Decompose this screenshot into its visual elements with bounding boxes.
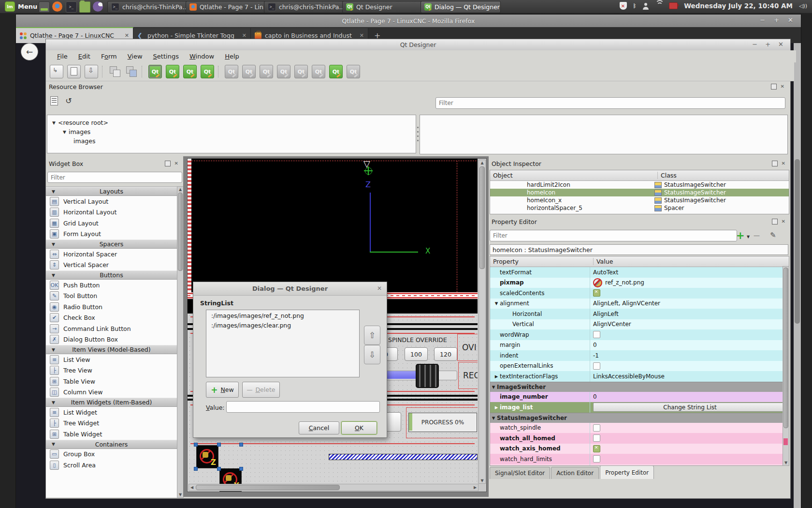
dock-float-icon[interactable] [772,161,778,166]
section-expander-icon[interactable]: ▼ [52,442,55,447]
firefox-titlebar[interactable]: Qtlathe - Page 7 - LinuxCNC - Mozilla Fi… [16,15,801,27]
dock-float-icon[interactable] [771,84,777,90]
widget-section-header[interactable]: ▼Layouts [46,187,177,196]
widgetbox-item[interactable]: ⇔Horizontal Spacer [46,249,177,260]
tab-close-icon[interactable]: ✕ [360,32,364,39]
menu-item-window[interactable]: Window [184,51,219,61]
widgetbox-item[interactable]: ◉Radio Button [46,301,177,313]
widgetbox-item[interactable]: ≡List Widget [46,407,177,418]
reload-resources-button[interactable]: ↺ [63,95,74,106]
scroll-left-icon[interactable]: ◀ [190,485,194,490]
dock-close-icon[interactable]: ✕ [174,161,178,166]
configure-icon[interactable]: ✎ [770,231,776,239]
scrollbar-handle[interactable] [795,159,800,324]
checkbox-unchecked-icon[interactable] [593,362,600,370]
firefox-back-button[interactable]: ← [21,43,38,60]
spindle-override-button[interactable]: 100 [405,347,428,361]
scroll-up-icon[interactable]: ▲ [479,161,485,165]
property-row[interactable]: watch_hard_limits [490,454,789,464]
section-expander-icon[interactable]: ▼ [52,347,55,352]
checkbox-checked-icon[interactable] [593,445,600,452]
tab-action-editor[interactable]: Action Editor [551,467,599,479]
inspector-row[interactable]: hardLimit2IconStatusImageSwitcher [490,181,789,189]
dock-close-icon[interactable]: ✕ [782,161,785,166]
property-section-header[interactable]: ▼StatusImageSwitcher [490,413,789,423]
cnc-preview[interactable]: ▽ Z X [188,159,478,292]
scroll-down-icon[interactable]: ▼ [479,478,485,483]
selection-handle[interactable] [217,467,221,471]
widgetbox-item[interactable]: →Command Link Button [46,323,177,334]
property-value-cell[interactable] [590,361,789,372]
firefox-maximize-button[interactable]: + [774,16,779,24]
dialog-close-button[interactable]: ✕ [377,285,382,292]
property-value-cell[interactable]: AlignLeft, AlignVCenter [590,299,789,309]
terminal-launcher-icon[interactable]: >_ [66,1,77,13]
change-string-list-button[interactable]: Change String List [593,403,787,412]
property-value-cell[interactable]: AutoText [590,267,789,278]
stringlist-item[interactable]: :/images/images/ref_z_not.png [211,312,359,322]
new-button[interactable]: + New [206,382,239,398]
menu-button[interactable]: lm Menu [2,1,40,12]
toolbar-qtg-icon[interactable]: Qt [277,65,290,78]
menu-item-form[interactable]: Form [96,51,122,61]
property-value-cell[interactable] [590,454,789,464]
scrollbar-handle[interactable] [479,166,485,269]
toolbar-qtg-icon[interactable]: Qt [347,65,360,78]
firefox-page-scrollbar[interactable] [794,43,801,508]
property-row[interactable]: ▼alignmentAlignLeft, AlignVCenter [490,299,789,309]
selection-handle[interactable] [194,443,198,447]
taskbar-window-button[interactable]: QtDialog — Qt Designer [420,1,501,13]
value-input[interactable] [226,401,380,413]
widgetbox-item[interactable]: ✗Dialog Button Box [46,334,177,345]
column-header-object[interactable]: Object [490,172,658,179]
checkbox-unchecked-icon[interactable] [593,455,600,463]
toolbar-qtg-icon[interactable]: Qt [260,65,273,78]
widgetbox-item[interactable]: ▦Grid Layout [46,218,177,229]
property-value-cell[interactable]: Change String List [590,402,789,413]
inspector-row[interactable]: homeIcon_xStatusImageSwitcher [490,196,789,204]
cancel-button[interactable]: Cancel [299,421,339,434]
expander-icon[interactable]: ▼ [52,120,56,125]
selection-handle[interactable] [239,443,243,447]
property-value-cell[interactable]: AlignLeft [590,309,789,319]
property-row[interactable]: pixmapref_z_not.png [490,278,789,288]
property-value-cell[interactable]: AlignVCenter [590,319,789,330]
edit-resources-button[interactable] [49,95,59,106]
widgetbox-item[interactable]: ⇕Vertical Spacer [46,260,177,271]
taskbar-window-button[interactable]: >_chris@chris-ThinkPa... [264,1,344,13]
show-desktop-icon[interactable] [39,1,50,13]
column-header-class[interactable]: Class [658,172,677,179]
menu-item-help[interactable]: Help [219,51,245,61]
home-z-icon[interactable]: Z [196,445,218,468]
splitter-handle[interactable] [417,127,419,141]
checkbox-unchecked-icon[interactable] [593,331,600,338]
property-value-cell[interactable] [590,444,789,454]
property-value-cell[interactable]: LinksAccessibleByMouse [590,371,789,382]
section-expander-icon[interactable]: ▼ [52,273,55,278]
property-row[interactable]: indent-1 [490,350,789,361]
dialog-titlebar[interactable]: Dialog — Qt Designer ✕ [193,282,387,296]
dock-close-icon[interactable]: ✕ [781,84,784,90]
ok-button[interactable]: OK [341,421,377,434]
taskbar-window-button[interactable]: QtQt Designer [342,1,422,13]
property-row[interactable]: textFormatAutoText [490,267,789,278]
move-up-button[interactable]: ⇧ [364,326,380,345]
resource-tree-row[interactable]: ▼<resource root> [50,118,416,127]
toolbar-qton-icon[interactable]: Qt [148,65,162,78]
files-launcher-icon[interactable] [79,1,90,13]
scroll-down-icon[interactable]: ▼ [783,461,789,465]
property-row[interactable]: scaledContents [490,288,789,299]
resource-tree-row[interactable]: images [50,136,416,146]
tab-close-icon[interactable]: ✕ [242,32,246,39]
section-expander-icon[interactable]: ▼ [52,242,55,247]
status-icons-selection[interactable]: Z X [195,444,242,469]
scroll-right-icon[interactable]: ▶ [473,485,477,490]
property-scrollbar[interactable]: ▼ [783,266,789,466]
qt-maximize-button[interactable]: + [765,41,770,48]
widgetbox-item[interactable]: ▯Scroll Area [46,460,177,471]
toolbar-qt-icon[interactable]: Qt [201,65,214,78]
toolbar-sq2-icon[interactable] [125,65,138,78]
spindle-override-button[interactable]: 120 [434,347,457,361]
toolbar-qtg-icon[interactable]: Qt [242,65,256,78]
widgetbox-item[interactable]: ├Tree View [46,365,177,376]
